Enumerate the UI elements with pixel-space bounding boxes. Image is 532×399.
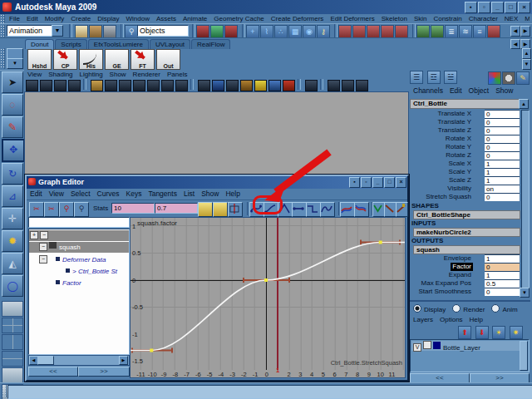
channel-scroll-up-icon[interactable]: ▲ (519, 99, 529, 109)
menu-item[interactable]: Muscle (521, 14, 530, 23)
layer-visibility-checkbox[interactable]: V (413, 343, 421, 352)
channel-row[interactable]: Envelope1 (410, 254, 520, 263)
ge-pin-button[interactable]: ▪ (349, 177, 360, 188)
panel-menu-item[interactable]: Lighting (76, 70, 106, 79)
channel-value-field[interactable]: 0 (485, 110, 520, 118)
paint-effects-icon[interactable]: ≋ (459, 25, 472, 38)
ge-maximize-button[interactable]: □ (384, 177, 395, 188)
statusline-drag-handle[interactable] (0, 25, 5, 37)
shelf-scroll-down-icon[interactable]: ▼ (522, 59, 531, 70)
channel-row[interactable]: Max Expand Pos0.5 (410, 279, 520, 288)
tree-item-attr[interactable]: > Ctrl_Bottle St (29, 266, 129, 277)
track-camera-icon[interactable] (40, 80, 52, 91)
frame-playback-range-icon[interactable] (213, 202, 228, 217)
menu-item[interactable]: Create Deformers (268, 14, 328, 23)
input-connections-icon[interactable] (338, 25, 352, 38)
channel-row[interactable]: Start Smoothness0 (410, 288, 520, 296)
shelf-drag-handle[interactable] (0, 48, 5, 69)
layout-two-pane-stacked-button[interactable] (2, 351, 23, 367)
channel-row[interactable]: Factor0 (410, 263, 520, 271)
channel-row[interactable]: Expand1 (410, 271, 520, 279)
channel-value-field[interactable]: 0 (485, 151, 520, 160)
last-tool-used[interactable]: ◯ (2, 275, 23, 297)
roll-button[interactable]: ▫ (478, 2, 490, 13)
close-button[interactable]: × (518, 2, 530, 13)
menu-item[interactable]: Modify (42, 14, 68, 23)
plateau-tangents-button[interactable] (320, 202, 335, 217)
buffer-curve-snapshot-button[interactable] (340, 202, 355, 217)
lasso-select-tool[interactable]: ◌ (2, 94, 23, 116)
panel-menu-item[interactable]: Renderer (130, 70, 164, 79)
layout-two-pane-side-button[interactable] (2, 334, 23, 350)
shaded-mode-icon[interactable] (105, 80, 117, 91)
add-keys-tool-icon[interactable]: ⚲ (59, 202, 74, 217)
channel-row[interactable]: Scale Y1 (410, 168, 520, 176)
maximize-button[interactable]: □ (505, 2, 517, 13)
select-camera-icon[interactable] (26, 80, 38, 91)
paint-select-tool[interactable]: ✎ (2, 116, 23, 138)
grid-toggle-icon[interactable] (305, 80, 318, 91)
snap-to-grid-icon[interactable]: + (246, 25, 259, 38)
graph-editor-menu-item[interactable]: Help (222, 189, 243, 200)
xray-mode-icon[interactable] (212, 80, 224, 91)
show-manipulator-tool[interactable]: ◭ (2, 253, 23, 274)
field-chart-icon[interactable] (175, 80, 188, 91)
channel-box-node-header[interactable]: Ctrl_Bottle (410, 99, 520, 109)
move-tool[interactable]: ✥ (2, 139, 25, 162)
channel-value-field[interactable]: 1 (485, 176, 520, 185)
hypergraph-icon[interactable] (487, 25, 500, 38)
menu-item[interactable]: Display (94, 14, 122, 23)
channel-row[interactable]: Stretch Squash0 (410, 193, 520, 201)
outliner-search-input[interactable] (28, 217, 130, 228)
layer-editor-menu-item[interactable]: Help (466, 315, 486, 324)
keyframe[interactable] (379, 241, 382, 244)
layer-mode-radio[interactable]: Anim (491, 306, 517, 313)
shelf-menu-caret-icon[interactable]: ▼ (7, 58, 23, 69)
tree-item-node[interactable]: +− Ctrl_Bottle (29, 230, 129, 241)
menu-item[interactable]: Assets (153, 14, 180, 23)
lighting-mode-icon[interactable] (133, 80, 145, 91)
shelf-button[interactable]: Out (156, 49, 180, 70)
channel-value-field[interactable]: 0 (485, 143, 520, 151)
move-nearest-key-tool-icon[interactable]: ✂ (29, 202, 44, 217)
graph-editor-menu-item[interactable]: Show (198, 189, 222, 200)
separator[interactable] (334, 24, 337, 37)
channel-box-menu-item[interactable]: Edit (446, 86, 466, 96)
use-all-lights-icon[interactable] (254, 80, 267, 91)
move-layer-up-icon[interactable]: ⬆ (458, 326, 471, 339)
separator[interactable] (192, 24, 195, 37)
panel-menu-item[interactable]: Shading (45, 70, 76, 79)
keyframe[interactable] (150, 349, 153, 352)
statusline-collapse-right-icon[interactable]: ▶ (520, 26, 530, 37)
channel-row[interactable]: Scale X1 (410, 160, 520, 168)
channel-box-menu-item[interactable]: Show (492, 86, 516, 96)
shape-node-header[interactable]: Ctrl_BottleShape (413, 210, 520, 219)
channel-row[interactable]: Visibilityon (410, 185, 520, 193)
graph-plot-area[interactable]: squash.factor 1 0.5 0 -0.5 -1 -1.5 Ctrl_… (130, 217, 406, 378)
create-empty-layer-icon[interactable]: ✶ (492, 326, 505, 339)
isolate-select-icon[interactable] (198, 80, 210, 91)
menu-item[interactable]: Window (123, 14, 153, 23)
menu-item[interactable]: Character (466, 14, 501, 23)
make-live-icon[interactable]: ⚷ (317, 25, 330, 38)
collapse-icon[interactable]: − (40, 231, 48, 239)
layer-color-swatch[interactable] (433, 342, 441, 349)
default-material-icon[interactable] (240, 80, 253, 91)
channel-value-field[interactable]: 1 (485, 160, 520, 168)
menu-item[interactable]: Create (67, 14, 94, 23)
scroll-right-icon[interactable]: ▶ (119, 356, 128, 365)
channel-row[interactable]: Scale Z1 (410, 176, 520, 185)
channel-row[interactable]: Rotate Y0 (410, 143, 520, 151)
wireframe-on-shaded-icon[interactable] (226, 80, 239, 91)
channel-list-icon[interactable]: ☰ (410, 71, 423, 84)
channel-scroll-down-icon[interactable]: ▼ (520, 288, 530, 298)
channel-value-field[interactable]: 1 (485, 254, 520, 263)
snap-magnet-icon[interactable] (381, 25, 394, 38)
shelf-button[interactable]: GE (105, 49, 129, 70)
channel-row[interactable]: Translate Z0 (410, 126, 520, 135)
select-by-object-icon[interactable] (210, 25, 224, 38)
graph-editor-menu-item[interactable]: List (180, 189, 198, 200)
layer-mode-radio[interactable]: Render (452, 306, 485, 313)
hyperbolic-manip-icon[interactable]: ✎ (516, 71, 530, 85)
panel-menu-item[interactable]: Panels (164, 70, 190, 79)
